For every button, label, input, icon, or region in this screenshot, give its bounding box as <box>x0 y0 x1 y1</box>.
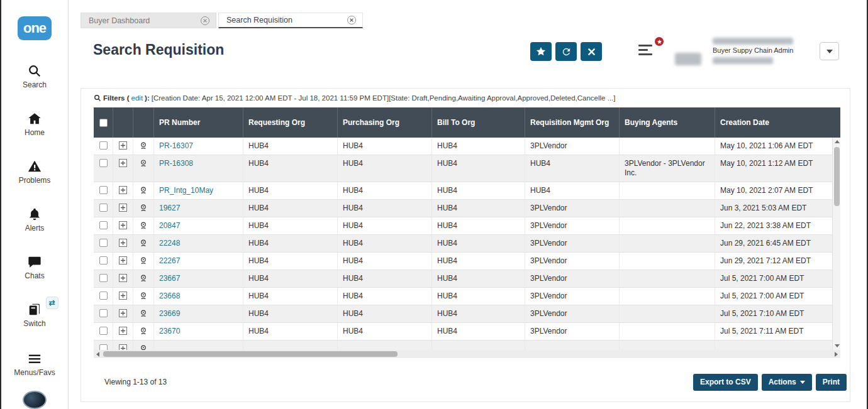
pr-detail-icon[interactable] <box>139 309 148 318</box>
expand-row-icon[interactable] <box>119 141 127 150</box>
quick-menu-button[interactable] <box>638 45 655 58</box>
user-info[interactable]: Buyer Suppy Chain Admin <box>670 34 818 68</box>
pr-detail-icon[interactable] <box>139 204 148 212</box>
user-avatar[interactable] <box>23 391 47 409</box>
scroll-right-arrow[interactable] <box>832 350 840 358</box>
one-network-logo[interactable]: one <box>18 16 52 40</box>
pr-detail-icon[interactable] <box>139 239 148 248</box>
horizontal-scrollbar[interactable] <box>94 350 840 358</box>
horizontal-scrollbar-thumb[interactable] <box>103 351 398 357</box>
expand-row-icon[interactable] <box>119 327 127 335</box>
cell-req-mgmt-org: 3PLVendor <box>525 323 619 340</box>
pr-detail-icon[interactable] <box>139 274 148 283</box>
filters-edit-link[interactable]: edit <box>131 94 143 102</box>
header-checkbox-cell <box>94 107 113 138</box>
expand-row-icon[interactable] <box>119 186 127 194</box>
pr-number-link[interactable]: 23669 <box>159 309 180 318</box>
cell-req-mgmt-org: 3PLVendor <box>525 305 619 322</box>
export-to-csv-button[interactable]: Export to CSV <box>693 374 758 391</box>
print-button[interactable]: Print <box>816 374 847 391</box>
expand-row-icon[interactable] <box>119 221 127 229</box>
expand-row-icon[interactable] <box>119 239 127 247</box>
pr-number-link[interactable]: 23670 <box>159 327 180 335</box>
sidebar-item-home[interactable]: Home <box>25 112 45 137</box>
vertical-scrollbar[interactable] <box>832 138 840 350</box>
sidebar-item-problems[interactable]: Problems <box>19 160 51 185</box>
scroll-up-arrow[interactable] <box>833 138 841 146</box>
row-checkbox[interactable] <box>99 239 108 247</box>
pr-number-link[interactable]: PR-16307 <box>159 141 193 150</box>
expand-row-icon[interactable] <box>119 159 127 167</box>
pr-number-link[interactable]: 20847 <box>159 221 180 230</box>
page-title: Search Requisition <box>93 41 224 58</box>
logo-text: one <box>23 20 46 36</box>
sidebar-item-chats[interactable]: Chats <box>25 255 44 280</box>
user-menu-dropdown-button[interactable] <box>820 42 839 60</box>
column-header[interactable]: Creation Date <box>715 107 832 138</box>
pr-number-link[interactable]: 19627 <box>159 204 180 212</box>
expand-row-icon[interactable] <box>119 344 127 350</box>
expand-row-icon[interactable] <box>119 204 127 212</box>
row-checkbox[interactable] <box>99 309 108 317</box>
cell-req-mgmt-org: HUB4 <box>525 182 619 199</box>
row-checkbox[interactable] <box>99 204 108 212</box>
pr-detail-icon[interactable] <box>139 159 148 168</box>
expand-row-icon[interactable] <box>119 292 127 300</box>
row-checkbox[interactable] <box>99 292 108 300</box>
table-row: 20847 HUB4 HUB4 HUB4 3PLVendor Jun 22, 2… <box>94 217 832 235</box>
pr-detail-icon[interactable] <box>139 141 148 150</box>
vertical-scrollbar-thumb[interactable] <box>834 147 840 206</box>
row-checkbox[interactable] <box>99 274 108 282</box>
tab-buyer-dashboard[interactable]: Buyer Dashboard <box>81 13 216 28</box>
column-header[interactable]: PR Number <box>153 107 243 138</box>
cell-req-mgmt-org: 3PLVendor <box>525 270 619 287</box>
pr-detail-icon[interactable] <box>139 256 148 265</box>
column-header[interactable]: Bill To Org <box>431 107 525 138</box>
row-detail-cell <box>133 155 153 182</box>
sidebar-item-search[interactable]: Search <box>23 64 47 89</box>
pr-detail-icon[interactable] <box>139 221 148 230</box>
pr-detail-icon[interactable] <box>139 327 148 335</box>
pr-detail-icon[interactable] <box>139 186 148 195</box>
cell-pr-number <box>153 341 243 350</box>
pr-detail-icon[interactable] <box>139 292 148 300</box>
pr-number-link[interactable]: 23667 <box>159 274 180 283</box>
footer-buttons: Export to CSV Actions Print <box>693 374 847 391</box>
sidebar-item-alerts[interactable]: Alerts <box>25 207 45 232</box>
row-checkbox[interactable] <box>99 141 108 150</box>
row-checkbox[interactable] <box>99 159 108 167</box>
pr-number-link[interactable]: 23668 <box>159 292 180 300</box>
pr-number-link[interactable]: PR-16308 <box>159 159 193 168</box>
row-checkbox[interactable] <box>99 256 108 264</box>
select-all-checkbox[interactable] <box>99 119 108 127</box>
pr-number-link[interactable]: 22267 <box>159 256 180 265</box>
pr-number-link[interactable]: PR_Intg_10May <box>159 186 213 195</box>
pr-number-link[interactable]: 22248 <box>159 239 180 248</box>
expand-row-icon[interactable] <box>119 256 127 264</box>
row-checkbox[interactable] <box>99 344 108 350</box>
row-checkbox[interactable] <box>99 221 108 229</box>
expand-row-icon[interactable] <box>119 274 127 282</box>
actions-button[interactable]: Actions <box>762 374 812 391</box>
column-header[interactable]: Requisition Mgmt Org <box>525 107 619 138</box>
cell-requesting-org: HUB4 <box>243 235 337 252</box>
column-header[interactable]: Buying Agents <box>619 107 715 138</box>
tab-search-requisition[interactable]: Search Requisition <box>218 13 363 28</box>
favorite-button[interactable] <box>530 42 552 61</box>
tab-close-icon[interactable] <box>347 16 356 25</box>
refresh-button[interactable] <box>555 42 577 61</box>
sidebar-item-switch[interactable]: ⇄ Switch <box>23 303 45 328</box>
sidebar-item-menus-favs[interactable]: Menus/Favs <box>14 352 55 377</box>
column-header[interactable]: Requesting Org <box>243 107 337 138</box>
scroll-left-arrow[interactable] <box>94 350 102 358</box>
pr-detail-icon[interactable] <box>139 344 148 350</box>
row-checkbox[interactable] <box>99 186 108 194</box>
column-header[interactable]: Purchasing Org <box>337 107 431 138</box>
close-button[interactable] <box>581 42 602 61</box>
expand-row-icon[interactable] <box>119 309 127 317</box>
row-checkbox[interactable] <box>99 327 108 335</box>
tab-close-icon[interactable] <box>201 16 209 25</box>
cell-pr-number: PR_Intg_10May <box>153 182 243 199</box>
row-expand-cell <box>113 341 133 350</box>
scroll-down-arrow[interactable] <box>833 342 841 350</box>
